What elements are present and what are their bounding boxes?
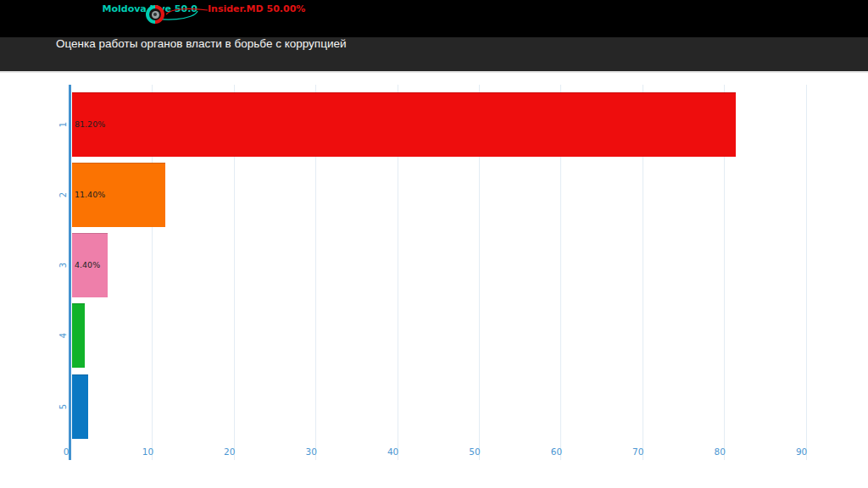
x-tick-label: 10 — [142, 446, 153, 457]
chart-title: Оценка работы органов власти в борьбе с … — [56, 37, 868, 50]
category-label: 5 — [57, 401, 69, 413]
category-label: 3 — [57, 259, 69, 271]
donut-hole — [149, 8, 161, 20]
category-label: 1 — [57, 119, 69, 130]
bar-value-label: 4.40% — [75, 260, 100, 269]
bar — [72, 92, 736, 157]
x-tick-label: 30 — [306, 446, 317, 457]
x-tick-label: 40 — [387, 446, 398, 457]
title-bar: Оценка работы органов власти в борьбе с … — [0, 37, 868, 73]
gridline — [806, 85, 807, 460]
bar — [72, 303, 85, 368]
y-axis-line — [69, 85, 71, 460]
x-tick-label: 50 — [469, 446, 480, 457]
share-label-insider: Insider.MD 50.00% — [208, 3, 305, 14]
donut-center-logo-icon — [152, 11, 159, 19]
x-tick-label: 90 — [796, 446, 807, 457]
bar — [72, 374, 88, 439]
share-donut-chart — [146, 5, 164, 24]
share-bar: Moldova Live 50.0 Insider.MD 50.00% — [0, 0, 868, 37]
category-label: 2 — [57, 189, 69, 201]
bar-value-label: 81.20% — [75, 119, 105, 129]
category-label: 4 — [57, 330, 69, 341]
x-tick-label: 20 — [224, 446, 235, 457]
x-tick-label: 60 — [551, 446, 562, 457]
bar-value-label: 11.40% — [75, 190, 105, 199]
x-tick-label: 80 — [715, 446, 726, 457]
x-tick-label: 70 — [632, 446, 643, 457]
bar-chart: 0102030405060708090181.20%211.40%34.40%4… — [0, 0, 868, 488]
